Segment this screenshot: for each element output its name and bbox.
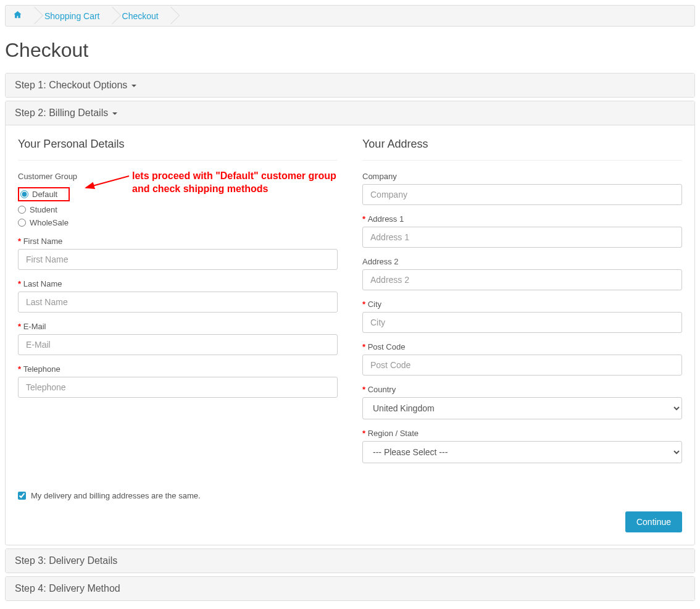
panel-title-step-1: Step 1: Checkout Options [15, 80, 130, 90]
panel-heading-step-1[interactable]: Step 1: Checkout Options [6, 74, 694, 97]
radio-wholesale-label[interactable]: WholeSale [30, 218, 69, 227]
region-select[interactable]: --- Please Select --- [362, 441, 682, 463]
same-address-label[interactable]: My delivery and billing addresses are th… [31, 491, 201, 500]
customer-group-label: Customer Group [18, 172, 338, 181]
region-label: Region / State [362, 429, 682, 438]
address-column: Your Address Company Address 1 Address 2 [362, 138, 682, 472]
breadcrumb-shopping-cart[interactable]: Shopping Cart [44, 11, 100, 21]
panel-title-step-2: Step 2: Billing Details [15, 107, 111, 118]
page-title: Checkout [5, 39, 695, 62]
panel-step-3: Step 3: Delivery Details [5, 548, 695, 573]
panel-heading-step-4[interactable]: Step 4: Delivery Method [6, 577, 694, 600]
telephone-input[interactable] [18, 377, 338, 398]
first-name-input[interactable] [18, 249, 338, 270]
personal-details-heading: Your Personal Details [18, 138, 338, 151]
last-name-label: Last Name [18, 279, 338, 288]
country-select[interactable]: United Kingdom [362, 397, 682, 419]
address2-input[interactable] [362, 269, 682, 290]
radio-student[interactable] [18, 206, 26, 214]
radio-wholesale[interactable] [18, 219, 26, 227]
country-label: Country [362, 385, 682, 394]
company-label: Company [362, 172, 682, 181]
last-name-input[interactable] [18, 292, 338, 313]
panel-heading-step-3[interactable]: Step 3: Delivery Details [6, 549, 694, 573]
address1-input[interactable] [362, 227, 682, 248]
address1-label: Address 1 [362, 214, 682, 224]
address-heading: Your Address [362, 138, 682, 151]
breadcrumb: Shopping Cart Checkout [5, 5, 695, 27]
postcode-label: Post Code [362, 342, 682, 351]
same-address-checkbox[interactable] [18, 492, 26, 500]
panel-step-1: Step 1: Checkout Options [5, 73, 695, 98]
telephone-label: Telephone [18, 364, 338, 374]
email-input[interactable] [18, 334, 338, 355]
breadcrumb-checkout[interactable]: Checkout [122, 11, 159, 21]
address2-label: Address 2 [362, 257, 682, 266]
radio-default-label[interactable]: Default [32, 190, 57, 199]
company-input[interactable] [362, 184, 682, 205]
caret-down-icon [112, 112, 117, 115]
panel-heading-step-2[interactable]: Step 2: Billing Details [6, 101, 694, 125]
panel-title-step-4: Step 4: Delivery Method [15, 583, 120, 594]
caret-down-icon [131, 85, 136, 87]
radio-student-label[interactable]: Student [30, 205, 57, 214]
first-name-label: First Name [18, 237, 338, 246]
email-label: E-Mail [18, 322, 338, 331]
panel-title-step-3: Step 3: Delivery Details [15, 555, 117, 566]
city-label: City [362, 300, 682, 309]
home-icon [13, 10, 22, 21]
radio-default[interactable] [20, 190, 28, 198]
customer-group-radios: Default Student WholeSale [18, 187, 338, 227]
panel-step-2: Step 2: Billing Details Your Personal De… [5, 101, 695, 545]
continue-button[interactable]: Continue [625, 511, 682, 532]
annotation-highlight-box: Default [18, 187, 70, 201]
postcode-input[interactable] [362, 355, 682, 376]
city-input[interactable] [362, 312, 682, 333]
panel-step-4: Step 4: Delivery Method [5, 576, 695, 601]
personal-details-column: Your Personal Details Customer Group let… [18, 138, 338, 472]
breadcrumb-home[interactable] [13, 10, 22, 21]
